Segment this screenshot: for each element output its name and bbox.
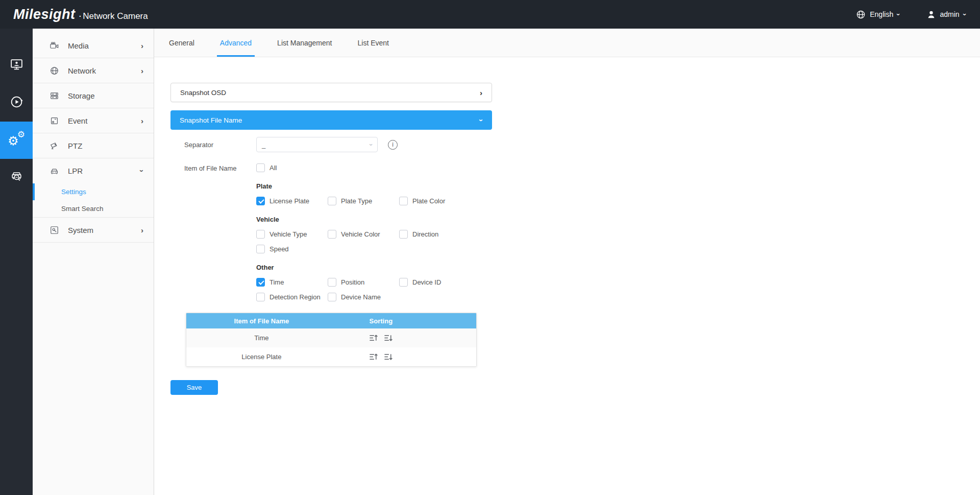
checkbox-box[interactable] (328, 278, 336, 287)
checkbox-box[interactable] (399, 278, 408, 287)
top-header: Milesight · Network Camera English › adm… (0, 0, 980, 29)
sidebar-item-system[interactable]: System › (33, 218, 154, 243)
icon-rail: ⚙⚙ (0, 29, 33, 495)
tab-general[interactable]: General (166, 29, 198, 57)
checkbox-box[interactable] (399, 197, 408, 205)
separator-value: _ (262, 141, 370, 149)
table-header-sorting: Sorting (337, 317, 476, 325)
car-icon (50, 166, 59, 176)
separator-label: Separator (184, 141, 256, 149)
table-row: License Plate (186, 347, 476, 366)
checkbox-box[interactable] (328, 230, 336, 239)
sort-down-icon[interactable] (383, 352, 393, 362)
checkbox-direction[interactable]: Direction (399, 230, 471, 239)
checkbox-box[interactable] (256, 197, 265, 205)
tab-list-management[interactable]: List Management (274, 29, 335, 57)
event-icon (50, 116, 59, 126)
checkbox-license-plate[interactable]: License Plate (256, 197, 328, 205)
rail-item-settings[interactable]: ⚙⚙ (0, 122, 33, 159)
sidebar-item-lpr[interactable]: LPR › (33, 158, 154, 183)
language-selector[interactable]: English › (856, 10, 899, 19)
rail-item-smart-search[interactable] (0, 159, 33, 196)
checkbox-vehicle-type[interactable]: Vehicle Type (256, 230, 328, 239)
sidebar-subitem-settings[interactable]: Settings (33, 183, 154, 200)
sort-down-icon[interactable] (383, 333, 393, 343)
brand-name: Milesight (13, 7, 76, 22)
chevron-right-icon: › (141, 116, 143, 125)
ptz-camera-icon (50, 141, 59, 151)
table-header-row: Item of File Name Sorting (186, 313, 476, 328)
table-row: Time (186, 328, 476, 347)
sort-up-icon[interactable] (369, 352, 378, 362)
group-heading-plate: Plate (256, 182, 491, 190)
user-menu[interactable]: admin › (926, 10, 966, 19)
table-header-item: Item of File Name (186, 317, 337, 325)
group-heading-other: Other (256, 264, 491, 271)
snapshot-file-name-panel[interactable]: Snapshot File Name › (170, 110, 492, 130)
chevron-right-icon: › (141, 66, 143, 75)
sidebar-item-storage[interactable]: Storage (33, 83, 154, 108)
sorting-table: Item of File Name Sorting Time (186, 313, 477, 367)
save-button[interactable]: Save (170, 380, 218, 395)
chevron-down-icon: › (367, 144, 375, 146)
tab-advanced[interactable]: Advanced (217, 29, 255, 57)
car-search-icon (10, 170, 23, 185)
checkbox-box[interactable] (256, 163, 265, 172)
checkbox-position[interactable]: Position (328, 278, 399, 287)
sidebar-menu: Media › Network › Storage (33, 29, 154, 495)
checkbox-box[interactable] (256, 278, 265, 287)
playback-icon (10, 95, 23, 111)
brand-dot: · (79, 10, 82, 21)
item-of-file-name-label: Item of File Name (184, 163, 256, 172)
checkbox-box[interactable] (256, 245, 265, 253)
checkbox-box[interactable] (256, 230, 265, 239)
info-icon[interactable]: i (388, 140, 398, 150)
sort-up-icon[interactable] (369, 333, 378, 343)
content-area: General Advanced List Management List Ev… (154, 29, 980, 495)
chevron-down-icon: › (138, 170, 146, 172)
chevron-down-icon: › (895, 13, 902, 15)
brand-logo: Milesight · Network Camera (13, 7, 148, 22)
checkbox-time[interactable]: Time (256, 278, 328, 287)
globe-icon (856, 10, 866, 19)
checkbox-box[interactable] (328, 197, 336, 205)
sidebar-item-media[interactable]: Media › (33, 33, 154, 58)
snapshot-osd-panel[interactable]: Snapshot OSD › (170, 83, 492, 102)
group-heading-vehicle: Vehicle (256, 216, 491, 223)
rail-item-playback[interactable] (0, 84, 33, 122)
checkbox-vehicle-color[interactable]: Vehicle Color (328, 230, 399, 239)
separator-select[interactable]: _ › (256, 137, 378, 152)
chevron-down-icon: › (961, 13, 968, 15)
sidebar-item-network[interactable]: Network › (33, 58, 154, 83)
chevron-right-icon: › (141, 41, 143, 50)
system-icon (50, 225, 59, 235)
checkbox-box[interactable] (256, 293, 265, 301)
rail-item-live-view[interactable] (0, 47, 33, 84)
storage-icon (50, 91, 59, 101)
user-icon (926, 10, 936, 19)
checkbox-box[interactable] (399, 230, 408, 239)
snapshot-file-name-form: Separator _ › i Item of File Name (184, 137, 980, 301)
checkbox-plate-color[interactable]: Plate Color (399, 197, 471, 205)
sidebar-item-event[interactable]: Event › (33, 108, 154, 133)
settings-gears-icon: ⚙⚙ (9, 133, 24, 148)
chevron-down-icon: › (477, 119, 486, 122)
checkbox-detection-region[interactable]: Detection Region (256, 293, 328, 301)
media-camera-icon (50, 41, 59, 51)
live-view-icon (10, 58, 23, 74)
chevron-right-icon: › (141, 226, 143, 234)
username-label: admin (940, 10, 960, 18)
checkbox-box[interactable] (328, 293, 336, 301)
checkbox-speed[interactable]: Speed (256, 245, 328, 253)
checkbox-plate-type[interactable]: Plate Type (328, 197, 399, 205)
checkbox-device-name[interactable]: Device Name (328, 293, 399, 301)
checkbox-all[interactable]: All (256, 163, 328, 172)
sidebar-item-ptz[interactable]: PTZ (33, 133, 154, 158)
sidebar-subitem-smart-search[interactable]: Smart Search (33, 200, 154, 217)
checkbox-device-id[interactable]: Device ID (399, 278, 471, 287)
language-label: English (870, 10, 893, 18)
tab-list-event[interactable]: List Event (355, 29, 392, 57)
tab-bar: General Advanced List Management List Ev… (154, 29, 980, 57)
product-name: Network Camera (83, 11, 148, 21)
chevron-right-icon: › (480, 88, 482, 97)
